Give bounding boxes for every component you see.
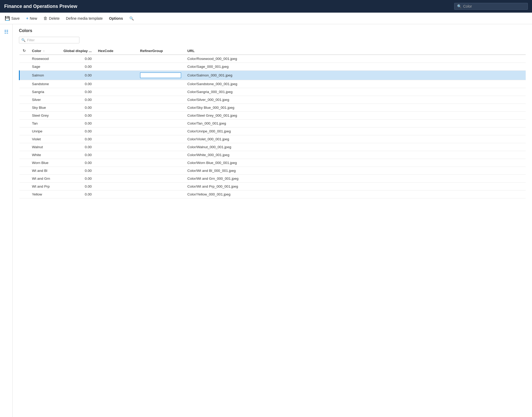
cell-url: Color/Violet_000_001.jpeg (184, 135, 526, 143)
cell-color: Worn Blue (29, 159, 60, 167)
row-selector[interactable] (19, 88, 29, 96)
cell-refiner (137, 143, 184, 151)
options-button[interactable]: Options (106, 15, 126, 22)
save-button[interactable]: 💾 Save (2, 14, 22, 22)
row-selector[interactable] (19, 63, 29, 71)
table-header-row: ↻ Color ↑ Global display ... HexCode Ref… (19, 47, 526, 55)
main-area: ☷ Colors 🔍 ↻ Color ↑ (0, 24, 532, 417)
cell-global: 0.00 (60, 104, 95, 112)
cell-global: 0.00 (60, 71, 95, 80)
cell-url: Color/Wt and Bl_000_001.jpeg (184, 167, 526, 175)
refiner-input[interactable] (140, 73, 181, 78)
page-title: Colors (19, 28, 526, 33)
filter-input[interactable] (27, 38, 77, 42)
cell-hex (95, 151, 137, 159)
table-row[interactable]: Silver0.00Color/Silver_000_001.jpeg (19, 96, 526, 104)
table-row[interactable]: Tan0.00Color/Tan_000_001.jpeg (19, 120, 526, 127)
cell-url: Color/Unripe_000_001.jpeg (184, 127, 526, 135)
cell-refiner (137, 151, 184, 159)
cell-hex (95, 112, 137, 120)
cell-color: Silver (29, 96, 60, 104)
table-row[interactable]: Salmon0.00Color/Salmon_000_001.jpeg (19, 71, 526, 80)
row-selector[interactable] (19, 175, 29, 183)
row-selector[interactable] (19, 55, 29, 63)
cell-global: 0.00 (60, 112, 95, 120)
table-row[interactable]: Unripe0.00Color/Unripe_000_001.jpeg (19, 127, 526, 135)
cell-url: Color/Sangria_000_001.jpeg (184, 88, 526, 96)
cell-global: 0.00 (60, 175, 95, 183)
table-row[interactable]: Steel Grey0.00Color/Steel Grey_000_001.j… (19, 112, 526, 120)
cell-global: 0.00 (60, 135, 95, 143)
cell-color: Yellow (29, 191, 60, 198)
filter-icon-button[interactable]: ☷ (3, 27, 10, 36)
top-bar: Finance and Operations Preview 🔍 (0, 0, 532, 13)
global-search[interactable]: 🔍 (454, 3, 528, 10)
cell-color: Tan (29, 120, 60, 127)
table-row[interactable]: Wt and Prp0.00Color/Wt and Prp_000_001.j… (19, 183, 526, 191)
table-row[interactable]: Wt and Grn0.00Color/Wt and Grn_000_001.j… (19, 175, 526, 183)
table-row[interactable]: Walnut0.00Color/Walnut_000_001.jpeg (19, 143, 526, 151)
new-icon: + (26, 16, 28, 21)
row-selector[interactable] (19, 120, 29, 127)
col-header-color[interactable]: Color ↑ (29, 47, 60, 55)
content-area: Colors 🔍 ↻ Color ↑ Global display ... (13, 24, 532, 417)
new-button[interactable]: + New (23, 14, 40, 22)
cell-refiner (137, 63, 184, 71)
cell-refiner[interactable] (137, 71, 184, 80)
row-selector[interactable] (19, 71, 29, 80)
refresh-icon[interactable]: ↻ (23, 49, 26, 53)
row-selector[interactable] (19, 96, 29, 104)
cell-hex (95, 191, 137, 198)
table-row[interactable]: Sage0.00Color/Sage_000_001.jpeg (19, 63, 526, 71)
define-media-button[interactable]: Define media template (63, 15, 105, 22)
save-icon: 💾 (5, 16, 10, 21)
table-row[interactable]: Sangria0.00Color/Sangria_000_001.jpeg (19, 88, 526, 96)
cell-url: Color/Sage_000_001.jpeg (184, 63, 526, 71)
table-row[interactable]: Sandstone0.00Color/Sandstone_000_001.jpe… (19, 80, 526, 88)
row-selector[interactable] (19, 159, 29, 167)
cell-global: 0.00 (60, 159, 95, 167)
row-selector[interactable] (19, 135, 29, 143)
table-row[interactable]: Violet0.00Color/Violet_000_001.jpeg (19, 135, 526, 143)
row-selector[interactable] (19, 104, 29, 112)
sidebar-filter-panel: ☷ (0, 24, 13, 417)
row-selector[interactable] (19, 191, 29, 198)
cell-refiner (137, 183, 184, 191)
table-row[interactable]: Rosewood0.00Color/Rosewood_000_001.jpeg (19, 55, 526, 63)
row-selector[interactable] (19, 80, 29, 88)
cell-color: Sandstone (29, 80, 60, 88)
table-row[interactable]: Sky Blue0.00Color/Sky Blue_000_001.jpeg (19, 104, 526, 112)
col-header-refresh[interactable]: ↻ (19, 47, 29, 55)
cell-hex (95, 55, 137, 63)
cell-global: 0.00 (60, 55, 95, 63)
row-selector[interactable] (19, 183, 29, 191)
cell-hex (95, 88, 137, 96)
global-search-input[interactable] (463, 4, 521, 8)
cell-hex (95, 183, 137, 191)
cell-refiner (137, 175, 184, 183)
table-row[interactable]: Wt and Bl0.00Color/Wt and Bl_000_001.jpe… (19, 167, 526, 175)
table-row[interactable]: Yellow0.00Color/Yellow_000_001.jpeg (19, 191, 526, 198)
row-selector[interactable] (19, 112, 29, 120)
table-row[interactable]: White0.00Color/White_000_001.jpeg (19, 151, 526, 159)
cell-url: Color/Yellow_000_001.jpeg (184, 191, 526, 198)
delete-button[interactable]: 🗑 Delete (41, 14, 62, 22)
col-header-global[interactable]: Global display ... (60, 47, 95, 55)
cell-url: Color/Walnut_000_001.jpeg (184, 143, 526, 151)
colors-table: ↻ Color ↑ Global display ... HexCode Ref… (19, 47, 526, 198)
col-header-hex[interactable]: HexCode (95, 47, 137, 55)
cell-global: 0.00 (60, 96, 95, 104)
cell-color: White (29, 151, 60, 159)
row-selector[interactable] (19, 143, 29, 151)
col-header-url[interactable]: URL (184, 47, 526, 55)
row-selector[interactable] (19, 151, 29, 159)
cell-url: Color/White_000_001.jpeg (184, 151, 526, 159)
cell-color: Rosewood (29, 55, 60, 63)
cell-hex (95, 63, 137, 71)
row-selector[interactable] (19, 127, 29, 135)
toolbar-search-button[interactable]: 🔍 (127, 15, 136, 22)
search-icon: 🔍 (457, 4, 462, 8)
col-header-refiner[interactable]: RefinerGroup (137, 47, 184, 55)
row-selector[interactable] (19, 167, 29, 175)
table-row[interactable]: Worn Blue0.00Color/Worn Blue_000_001.jpe… (19, 159, 526, 167)
